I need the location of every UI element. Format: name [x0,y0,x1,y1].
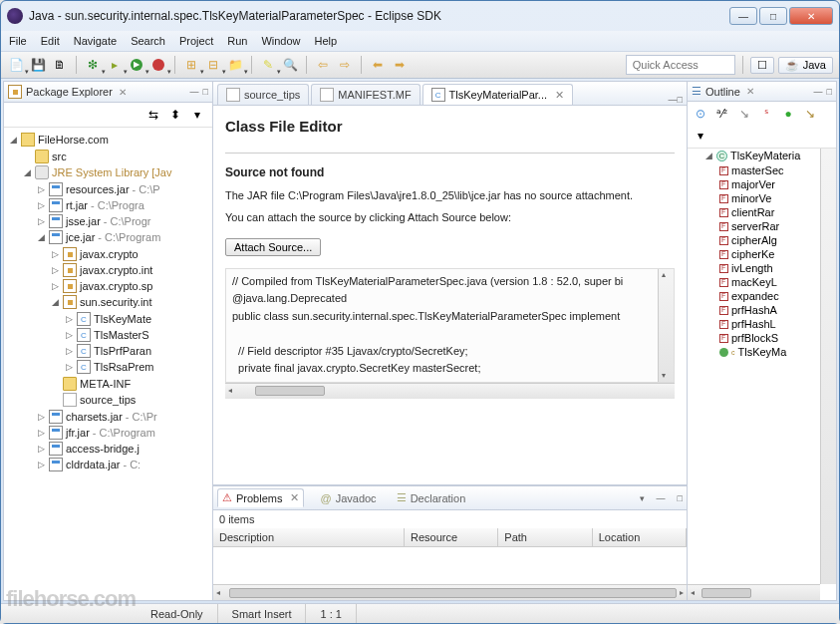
tree-item[interactable]: ▷access-bridge.j [36,441,210,457]
outline-tree[interactable]: ◢CTlsKeyMateria masterSecmajorVerminorVe… [688,149,836,600]
close-button[interactable]: ✕ [789,7,833,25]
horizontal-scrollbar[interactable]: ◂ [688,584,820,600]
minimize-editor-icon[interactable]: ― [669,95,678,105]
tree-item[interactable]: ▷CTlsPrfParan [64,343,210,359]
minimize-view-icon[interactable]: ― [190,87,199,97]
hide-fields-icon[interactable]: ↘ [735,105,753,123]
col-description[interactable]: Description [213,528,405,546]
close-tab-icon[interactable]: ✕ [290,491,299,504]
run-button[interactable]: ▶ [128,56,145,74]
outline-field[interactable]: prfBlockS [719,331,786,345]
tab-source-tips[interactable]: source_tips [217,84,309,105]
outline-constructor[interactable]: cTlsKeyMa [719,345,786,359]
open-perspective-button[interactable]: ☐ [750,57,774,74]
outline-field[interactable]: cipherKe [719,247,786,261]
menu-navigate[interactable]: Navigate [74,35,117,47]
tree-item[interactable]: ▷javax.crypto [50,246,210,262]
menu-edit[interactable]: Edit [41,35,60,47]
view-menu-icon[interactable]: ▾ [640,493,645,503]
close-tab-icon[interactable]: ✕ [555,89,564,102]
new-package-button[interactable]: ⊞ [182,56,200,74]
menu-project[interactable]: Project [179,35,213,47]
problems-table-header[interactable]: Description Resource Path Location [213,528,687,547]
decompiled-source[interactable]: // Compiled from TlsKeyMaterialParameter… [225,268,675,383]
outline-field[interactable]: prfHashA [719,303,786,317]
ext-tools-button[interactable] [149,56,167,74]
package-tree[interactable]: ◢FileHorse.com src ◢JRE System Library [… [4,128,212,600]
sort-icon[interactable]: ᵃ⁄ᶻ [713,105,731,123]
outline-field[interactable]: minorVe [719,191,786,205]
outline-field[interactable]: ivLength [719,261,786,275]
close-view-icon[interactable]: ✕ [119,87,127,98]
search-icon[interactable]: 🔍 [281,56,299,74]
outline-field[interactable]: serverRar [719,219,786,233]
tree-item[interactable]: META-INF [50,376,210,392]
tree-item[interactable]: ▷resources.jar - C:\P [36,181,210,197]
annotation-next-icon[interactable]: ⇨ [336,56,354,74]
outline-field[interactable]: masterSec [719,163,786,177]
tab-tlskey[interactable]: CTlsKeyMaterialPar...✕ [422,84,573,105]
java-perspective-button[interactable]: ☕Java [778,57,833,74]
minimize-view-icon[interactable]: ― [657,493,666,503]
maximize-editor-icon[interactable]: □ [678,95,683,105]
maximize-view-icon[interactable]: □ [827,87,832,97]
maximize-button[interactable]: □ [759,7,787,25]
tree-item[interactable]: ▷CTlsRsaPrem [64,359,210,375]
outline-field[interactable]: clientRar [719,205,786,219]
new-button[interactable]: 📄 [7,56,25,74]
outline-field[interactable]: expandec [719,289,786,303]
quick-access-input[interactable] [626,55,735,75]
tree-item[interactable]: ▷charsets.jar - C:\Pr [36,409,210,425]
menu-search[interactable]: Search [131,35,165,47]
tree-item[interactable]: source_tips [50,392,210,408]
horizontal-scrollbar[interactable]: ◂▸ [213,584,687,600]
open-type-button[interactable]: 📁 [226,56,244,74]
tree-item[interactable]: ▷javax.crypto.int [50,262,210,278]
focus-icon[interactable]: ⊙ [692,105,709,123]
col-resource[interactable]: Resource [405,528,498,546]
forward-button[interactable]: ➡ [391,56,409,74]
vertical-scrollbar[interactable] [658,269,674,382]
menu-help[interactable]: Help [315,35,338,47]
tab-declaration[interactable]: ☰Declaration [393,489,470,506]
tab-manifest[interactable]: MANIFEST.MF [311,84,420,105]
run-dropdown[interactable]: ▸ [106,56,124,74]
tab-javadoc[interactable]: @Javadoc [316,490,380,506]
outline-field[interactable]: prfHashL [719,317,786,331]
maximize-view-icon[interactable]: □ [203,87,208,97]
menu-file[interactable]: File [9,35,27,47]
hide-static-icon[interactable]: ˢ [757,105,775,123]
link-editor-icon[interactable]: ⬍ [166,106,184,124]
tree-item[interactable]: ▷CTlsKeyMate [64,311,210,327]
menu-run[interactable]: Run [227,35,247,47]
minimize-button[interactable]: ― [729,7,757,25]
back-button[interactable]: ⬅ [369,56,387,74]
tree-item[interactable]: ▷rt.jar - C:\Progra [36,197,210,213]
tree-item[interactable]: ▷jfr.jar - C:\Program [36,425,210,441]
tree-item[interactable]: ◢jce.jar - C:\Program [36,229,210,245]
title-bar[interactable]: Java - sun.security.internal.spec.TlsKey… [1,1,839,31]
tab-problems[interactable]: ⚠Problems✕ [217,488,304,507]
new-class-button[interactable]: ⊟ [204,56,222,74]
menu-window[interactable]: Window [261,35,300,47]
minimize-view-icon[interactable]: ― [814,87,823,97]
col-location[interactable]: Location [593,528,687,546]
debug-button[interactable]: ❇ [84,56,102,74]
view-menu-icon[interactable]: ▾ [188,106,206,124]
tree-item[interactable]: ▷CTlsMasterS [64,327,210,343]
maximize-view-icon[interactable]: □ [678,493,683,503]
collapse-all-icon[interactable]: ⇆ [144,106,162,124]
horizontal-scrollbar[interactable]: ◂ [225,383,675,399]
view-menu-icon[interactable]: ▾ [692,127,709,145]
attach-source-button[interactable]: Attach Source... [225,238,321,256]
hide-local-icon[interactable]: ↘ [801,105,819,123]
tree-item[interactable]: ◢sun.security.int [50,294,210,310]
save-all-button[interactable]: 🗎 [51,56,69,74]
outline-field[interactable]: cipherAlg [719,233,786,247]
search-button[interactable]: ✎ [259,56,277,74]
outline-field[interactable]: majorVer [719,177,786,191]
hide-nonpublic-icon[interactable]: ● [779,105,797,123]
tree-item[interactable]: ▷cldrdata.jar - C: [36,457,210,472]
annotation-prev-icon[interactable]: ⇦ [314,56,332,74]
save-button[interactable]: 💾 [29,56,47,74]
